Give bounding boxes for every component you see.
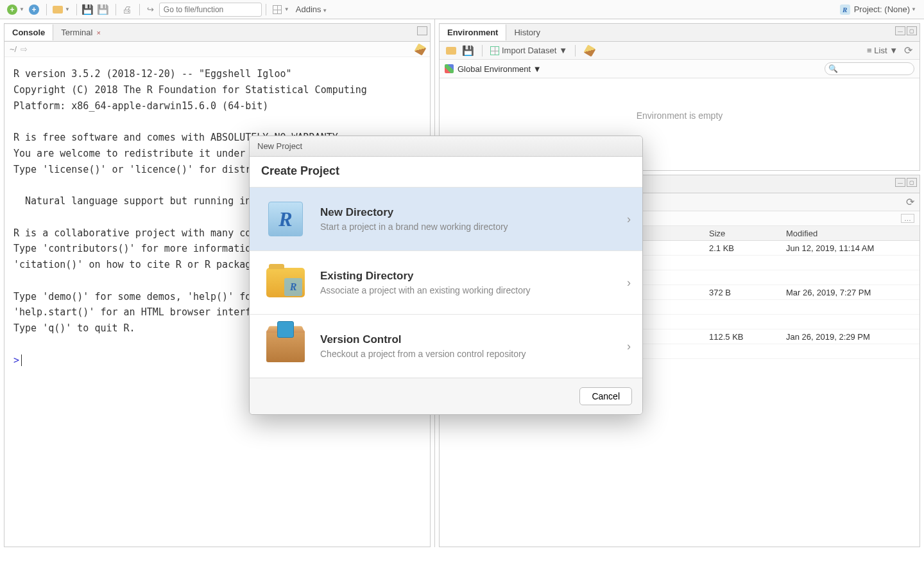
r-cube-icon: R — [262, 199, 309, 239]
modal-overlay: New Project Create Project R New Directo… — [0, 0, 924, 578]
dialog-footer: Cancel — [250, 378, 642, 414]
option-subtitle: Start a project in a brand new working d… — [320, 222, 508, 232]
option-title: Version Control — [320, 333, 526, 346]
new-project-dialog: New Project Create Project R New Directo… — [249, 136, 643, 415]
chevron-right-icon: › — [627, 213, 631, 226]
option-title: New Directory — [320, 206, 508, 219]
cancel-button[interactable]: Cancel — [579, 387, 632, 405]
folder-icon: R — [262, 263, 309, 302]
dialog-subtitle: Create Project — [250, 157, 642, 188]
option-existing-directory[interactable]: R Existing Directory Associate a project… — [250, 251, 642, 315]
option-title: Existing Directory — [320, 270, 531, 283]
chevron-right-icon: › — [627, 340, 631, 353]
option-new-directory[interactable]: R New Directory Start a project in a bra… — [250, 188, 642, 251]
dialog-title: New Project — [250, 136, 642, 157]
option-subtitle: Checkout a project from a version contro… — [320, 349, 526, 359]
box-icon — [262, 326, 309, 366]
chevron-right-icon: › — [627, 276, 631, 290]
option-subtitle: Associate a project with an existing wor… — [320, 285, 531, 295]
option-version-control[interactable]: Version Control Checkout a project from … — [250, 315, 642, 378]
